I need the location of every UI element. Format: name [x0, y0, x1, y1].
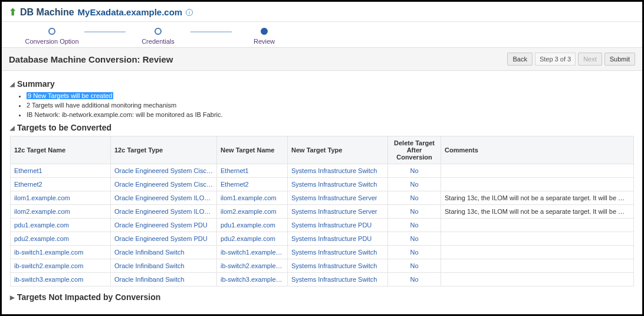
cell-12c-name: Ethernet1	[11, 164, 111, 178]
col-delete-after[interactable]: Delete Target After Conversion	[388, 136, 441, 164]
cell-new-type: Systems Infrastructure Switch	[288, 259, 388, 273]
cell-comments: Staring 13c, the ILOM will not be a sepa…	[441, 205, 634, 219]
summary-item: IB Network: ib-network.example.com: will…	[27, 111, 634, 118]
table-row[interactable]: Ethernet1Oracle Engineered System Cisco …	[11, 164, 634, 178]
cell-comments	[441, 219, 634, 232]
targets-table: 12c Target Name 12c Target Type New Targ…	[10, 136, 634, 286]
step-dot-icon	[261, 28, 268, 35]
table-row[interactable]: ilom2.example.comOracle Engineered Syste…	[11, 205, 634, 219]
cell-delete-after: No	[388, 191, 441, 205]
col-12c-target-type[interactable]: 12c Target Type	[111, 136, 217, 164]
next-button: Next	[578, 53, 602, 66]
page-title: Database Machine Conversion: Review	[9, 54, 507, 64]
cell-new-type: Systems Infrastructure Switch	[288, 246, 388, 259]
table-row[interactable]: ib-switch3.example.comOracle Infiniband …	[11, 273, 634, 286]
step-dot-icon	[48, 28, 55, 35]
cell-12c-type: Oracle Engineered System ILOM S...	[111, 205, 217, 219]
table-row[interactable]: ib-switch2.example.comOracle Infiniband …	[11, 259, 634, 273]
expand-right-icon: ▶	[10, 294, 15, 301]
cell-new-name: pdu2.example.com	[217, 232, 288, 246]
cell-delete-after: No	[388, 219, 441, 232]
wizard-step-review[interactable]: Review	[232, 28, 297, 45]
cell-new-type: Systems Infrastructure Server	[288, 205, 388, 219]
cell-12c-name: pdu2.example.com	[11, 232, 111, 246]
summary-item: 9 New Targets will be created	[27, 92, 634, 99]
cell-comments: Staring 13c, the ILOM will not be a sepa…	[441, 191, 634, 205]
table-row[interactable]: pdu1.example.comOracle Engineered System…	[11, 219, 634, 232]
cell-comments	[441, 259, 634, 273]
cell-delete-after: No	[388, 164, 441, 178]
cell-delete-after: No	[388, 246, 441, 259]
cell-delete-after: No	[388, 205, 441, 219]
page-type-label: DB Machine	[20, 7, 74, 18]
step-line-icon	[84, 31, 126, 32]
info-icon[interactable]: i	[186, 9, 193, 16]
cell-delete-after: No	[388, 273, 441, 286]
cell-12c-type: Oracle Infiniband Switch	[111, 246, 217, 259]
summary-heading[interactable]: ◢ Summary	[10, 79, 634, 89]
cell-comments	[441, 273, 634, 286]
cell-new-type: Systems Infrastructure Switch	[288, 178, 388, 191]
summary-item: 2 Targets will have additional monitorin…	[27, 102, 634, 109]
cell-new-name: ib-switch3.example.com	[217, 273, 288, 286]
cell-12c-name: Ethernet2	[11, 178, 111, 191]
cell-delete-after: No	[388, 232, 441, 246]
cell-12c-type: Oracle Infiniband Switch	[111, 259, 217, 273]
wizard-step-conversion-option[interactable]: Conversion Option	[19, 28, 84, 45]
cell-12c-type: Oracle Engineered System PDU	[111, 219, 217, 232]
step-dot-icon	[155, 28, 162, 35]
cell-12c-name: ib-switch3.example.com	[11, 273, 111, 286]
cell-new-name: ilom2.example.com	[217, 205, 288, 219]
wizard-step-credentials[interactable]: Credentials	[126, 28, 190, 45]
cell-new-name: ib-switch2.example.com	[217, 259, 288, 273]
cell-new-type: Systems Infrastructure PDU	[288, 219, 388, 232]
section-header: Database Machine Conversion: Review Back…	[2, 47, 642, 71]
not-impacted-heading-label: Targets Not Impacted by Conversion	[17, 292, 160, 302]
table-row[interactable]: Ethernet2Oracle Engineered System Cisco …	[11, 178, 634, 191]
wizard-train: Conversion Option Credentials Review	[2, 22, 642, 47]
table-row[interactable]: ilom1.example.comOracle Engineered Syste…	[11, 191, 634, 205]
col-12c-target-name[interactable]: 12c Target Name	[11, 136, 111, 164]
col-new-target-name[interactable]: New Target Name	[217, 136, 288, 164]
cell-12c-type: Oracle Engineered System ILOM S...	[111, 191, 217, 205]
submit-button[interactable]: Submit	[604, 53, 635, 66]
cell-comments	[441, 178, 634, 191]
targets-heading-label: Targets to be Converted	[17, 123, 111, 132]
col-comments[interactable]: Comments	[441, 136, 634, 164]
summary-list: 9 New Targets will be created 2 Targets …	[10, 92, 634, 118]
cell-new-type: Systems Infrastructure Server	[288, 191, 388, 205]
step-line-icon	[190, 31, 232, 32]
table-row[interactable]: pdu2.example.comOracle Engineered System…	[11, 232, 634, 246]
cell-12c-type: Oracle Engineered System Cisco ...	[111, 178, 217, 191]
cell-12c-name: ilom1.example.com	[11, 191, 111, 205]
cell-new-name: ilom1.example.com	[217, 191, 288, 205]
not-impacted-heading[interactable]: ▶ Targets Not Impacted by Conversion	[10, 292, 634, 302]
cell-new-type: Systems Infrastructure Switch	[288, 273, 388, 286]
cell-comments	[441, 164, 634, 178]
cell-comments	[441, 232, 634, 246]
step-label: Credentials	[142, 38, 175, 45]
table-row[interactable]: ib-switch1.example.comOracle Infiniband …	[11, 246, 634, 259]
cell-12c-name: ib-switch2.example.com	[11, 259, 111, 273]
cell-new-type: Systems Infrastructure Switch	[288, 164, 388, 178]
cell-new-name: pdu1.example.com	[217, 219, 288, 232]
summary-item-highlight: 9 New Targets will be created	[27, 92, 113, 99]
cell-delete-after: No	[388, 178, 441, 191]
cell-12c-name: pdu1.example.com	[11, 219, 111, 232]
cell-12c-name: ib-switch1.example.com	[11, 246, 111, 259]
expand-down-icon: ◢	[10, 81, 15, 87]
cell-new-name: ib-switch1.example.com	[217, 246, 288, 259]
col-new-target-type[interactable]: New Target Type	[288, 136, 388, 164]
back-button[interactable]: Back	[507, 53, 532, 66]
page-target-name: MyExadata.example.com	[78, 7, 183, 17]
target-status-icon: ⬆	[9, 6, 17, 18]
targets-heading[interactable]: ◢ Targets to be Converted	[10, 123, 634, 132]
cell-new-name: Ethernet1	[217, 164, 288, 178]
cell-12c-name: ilom2.example.com	[11, 205, 111, 219]
cell-new-type: Systems Infrastructure PDU	[288, 232, 388, 246]
cell-12c-type: Oracle Infiniband Switch	[111, 273, 217, 286]
page-header: ⬆ DB Machine MyExadata.example.com i	[2, 2, 642, 22]
cell-12c-type: Oracle Engineered System Cisco ...	[111, 164, 217, 178]
expand-down-icon: ◢	[10, 125, 15, 131]
step-label: Review	[254, 38, 275, 45]
